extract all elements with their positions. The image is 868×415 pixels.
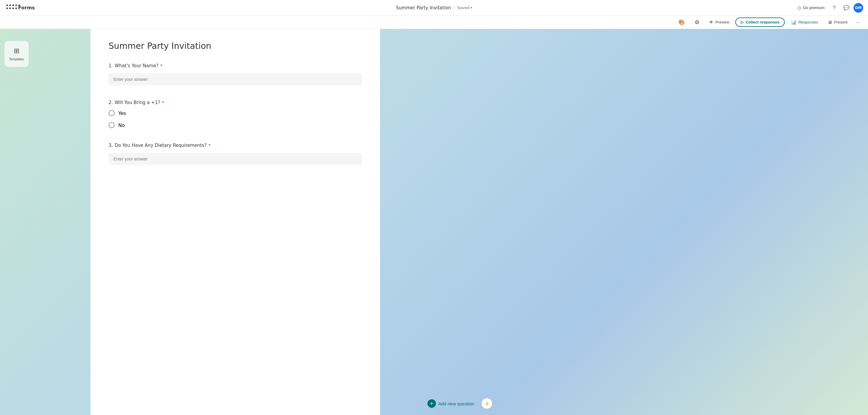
premium-label: Go premium xyxy=(803,5,825,10)
form-main-title: Summer Party Invitation xyxy=(108,41,362,51)
question-3-input[interactable] xyxy=(108,153,362,165)
lightning-button[interactable]: ⚡ xyxy=(482,398,493,409)
radio-label-no: No xyxy=(118,123,125,128)
collect-responses-button[interactable]: ▷ Collect responses xyxy=(735,18,785,27)
topbar-right: ◇ Go premium ? 💬 DM xyxy=(795,3,863,13)
topbar-left: Forms xyxy=(5,3,35,13)
help-icon: ? xyxy=(833,5,836,10)
preview-label: Preview xyxy=(715,20,729,25)
lightning-icon: ⚡ xyxy=(484,401,490,407)
theme-icon: 🎨 xyxy=(678,19,685,26)
radio-option-yes[interactable]: Yes xyxy=(108,110,362,116)
present-button[interactable]: 🖥 Present xyxy=(824,18,851,27)
question-text-3: Do You Have Any Dietary Requirements? xyxy=(115,143,207,148)
templates-icon: ⊞ xyxy=(14,47,19,55)
question-label-2: 2. Will You Bring a +1? * xyxy=(108,100,362,105)
question-number-1: 1. xyxy=(108,63,113,68)
avatar-initials: DM xyxy=(855,6,862,10)
collect-icon: ▷ xyxy=(741,20,744,25)
topbar-center: Summer Party Invitation - Saved ▾ xyxy=(396,5,472,10)
go-premium-button[interactable]: ◇ Go premium xyxy=(795,4,827,12)
question-block-3: 3. Do You Have Any Dietary Requirements?… xyxy=(108,143,362,165)
question-block-1: 1. What's Your Name? * xyxy=(108,63,362,85)
radio-label-yes: Yes xyxy=(118,110,126,116)
question-number-2: 2. xyxy=(108,100,113,105)
required-star-2: * xyxy=(162,100,164,105)
add-question-bar: + Add new question ⚡ xyxy=(424,397,492,410)
saved-separator: - xyxy=(453,5,455,10)
question-label-1: 1. What's Your Name? * xyxy=(108,63,362,68)
apps-grid-icon xyxy=(6,4,13,11)
theme-button[interactable]: 🎨 xyxy=(675,17,688,27)
question-1-input[interactable] xyxy=(108,73,362,85)
add-new-question-button[interactable]: + Add new question xyxy=(424,397,478,410)
present-icon: 🖥 xyxy=(828,20,832,25)
saved-label: Saved xyxy=(457,5,469,10)
more-icon: ··· xyxy=(856,20,860,25)
sidebar: ⊞ Templates xyxy=(0,29,33,415)
question-text-2: Will You Bring a +1? xyxy=(115,100,160,105)
help-button[interactable]: ? xyxy=(829,3,839,13)
toolbar2: 🎨 ⚙ 👁 Preview ▷ Collect responses 📊 Resp… xyxy=(0,16,868,29)
add-circle-icon: + xyxy=(427,399,436,408)
apps-grid-button[interactable] xyxy=(5,3,14,13)
question-label-3: 3. Do You Have Any Dietary Requirements?… xyxy=(108,143,362,148)
radio-option-no[interactable]: No xyxy=(108,122,362,128)
settings-icon: ⚙ xyxy=(694,19,700,26)
responses-icon: 📊 xyxy=(791,20,797,25)
templates-label: Templates xyxy=(9,57,24,61)
preview-icon: 👁 xyxy=(709,20,714,25)
saved-status[interactable]: Saved ▾ xyxy=(457,5,472,10)
present-label: Present xyxy=(834,20,847,25)
templates-button[interactable]: ⊞ Templates xyxy=(4,41,29,67)
required-star-1: * xyxy=(160,63,162,68)
question-block-2: 2. Will You Bring a +1? * Yes No xyxy=(108,100,362,128)
settings-button[interactable]: ⚙ xyxy=(691,17,703,27)
required-star-3: * xyxy=(208,143,211,148)
responses-label: Responses xyxy=(798,20,818,25)
preview-button[interactable]: 👁 Preview xyxy=(706,18,733,27)
avatar[interactable]: DM xyxy=(854,3,863,13)
more-button[interactable]: ··· xyxy=(854,18,863,27)
responses-button[interactable]: 📊 Responses xyxy=(787,18,822,27)
form-title-header: Summer Party Invitation xyxy=(396,5,451,10)
main-area: ⊞ Templates Summer Party Invitation 1. W… xyxy=(0,29,868,415)
diamond-icon: ◇ xyxy=(798,5,801,10)
chat-icon: 💬 xyxy=(843,5,849,10)
saved-chevron-icon: ▾ xyxy=(470,6,472,9)
form-card: Summer Party Invitation 1. What's Your N… xyxy=(91,29,380,415)
radio-circle-no xyxy=(108,122,115,128)
question-text-1: What's Your Name? xyxy=(115,63,158,68)
add-question-label: Add new question xyxy=(438,401,474,406)
question-number-3: 3. xyxy=(108,143,113,148)
app-name: Forms xyxy=(18,5,35,10)
chat-button[interactable]: 💬 xyxy=(841,3,851,13)
radio-circle-yes xyxy=(108,110,115,116)
topbar: Forms Summer Party Invitation - Saved ▾ … xyxy=(0,0,868,16)
collect-label: Collect responses xyxy=(746,20,779,25)
